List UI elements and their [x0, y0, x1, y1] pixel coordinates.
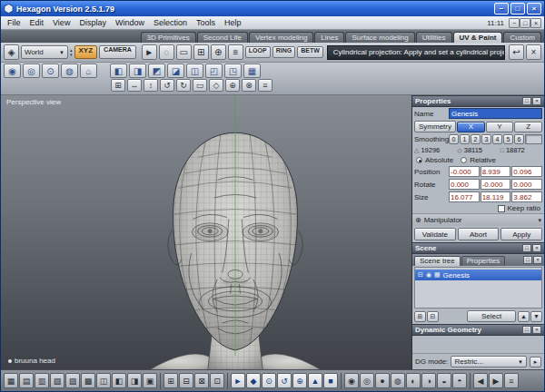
- scene-tab[interactable]: Properties: [461, 256, 505, 266]
- snap-tool-icon[interactable]: ▥: [35, 373, 49, 388]
- ribbon-tab[interactable]: Lines: [314, 32, 344, 43]
- tree-edit-icon[interactable]: ⊞: [414, 311, 426, 322]
- menu-item[interactable]: File: [3, 17, 25, 28]
- display-mode-icon[interactable]: ●: [375, 373, 390, 388]
- rotate-y-field[interactable]: [481, 179, 511, 190]
- edit-tool-icon[interactable]: ↕: [144, 79, 158, 92]
- axis-toggle[interactable]: Z: [514, 122, 542, 132]
- selection-mode-icon[interactable]: ⊕: [292, 373, 307, 388]
- selection-mode-icon[interactable]: ▲: [308, 373, 322, 388]
- world-stepper[interactable]: ▴ ▾: [70, 48, 73, 57]
- display-mode-icon[interactable]: ◒: [437, 373, 451, 388]
- panel-header-button[interactable]: ×: [533, 256, 542, 264]
- world-dropdown[interactable]: World ▼: [21, 45, 68, 59]
- display-mode-icon[interactable]: ◉: [344, 373, 359, 388]
- symmetry-button[interactable]: Symmetry: [414, 121, 456, 132]
- loop-button[interactable]: LOOP: [245, 46, 271, 58]
- display-mode-icon[interactable]: ◑: [421, 373, 436, 388]
- selection-tool-icon[interactable]: ⊕: [211, 44, 226, 60]
- menu-item[interactable]: Display: [74, 17, 111, 28]
- axis-toggle[interactable]: Y: [486, 122, 514, 132]
- ring-button[interactable]: RING: [272, 46, 296, 58]
- tool-preset-icon[interactable]: ◈: [4, 44, 19, 60]
- selection-mode-icon[interactable]: ►: [231, 373, 245, 388]
- axis-toggle[interactable]: X: [457, 122, 485, 132]
- snap-tool-icon[interactable]: ▨: [65, 373, 80, 388]
- selection-tool-icon[interactable]: ▭: [176, 44, 192, 60]
- smoothing-level-button[interactable]: 0: [449, 134, 459, 144]
- perspective-viewport[interactable]: Perspective view: [1, 95, 412, 369]
- nav-tool-icon[interactable]: ⌂: [80, 64, 97, 78]
- scene-tab[interactable]: Scene tree: [414, 256, 461, 266]
- view-nav-icon[interactable]: ▶: [489, 373, 503, 388]
- uv-tool-icon[interactable]: ◰: [205, 64, 223, 78]
- ribbon-tab[interactable]: UV & Paint: [453, 32, 503, 43]
- panel-header-button[interactable]: ×: [532, 97, 541, 105]
- menu-item[interactable]: Edit: [25, 17, 49, 28]
- nav-tool-icon[interactable]: ⊙: [42, 64, 59, 78]
- display-mode-icon[interactable]: ◍: [391, 373, 405, 388]
- selection-tool-icon[interactable]: ⊞: [193, 44, 209, 60]
- display-mode-icon[interactable]: ◎: [360, 373, 374, 388]
- name-field[interactable]: [449, 108, 542, 119]
- snap-tool-icon[interactable]: ▩: [81, 373, 95, 388]
- betw-button[interactable]: BETW: [297, 46, 323, 58]
- absolute-radio[interactable]: Absolute: [416, 156, 453, 164]
- menu-item[interactable]: Help: [220, 17, 246, 28]
- rotate-z-field[interactable]: [511, 179, 542, 190]
- grid-tool-icon[interactable]: ⊡: [210, 373, 224, 388]
- visibility-icon[interactable]: ◉: [426, 271, 431, 279]
- edit-tool-icon[interactable]: ◇: [209, 79, 223, 92]
- window-control-button[interactable]: −: [494, 3, 509, 15]
- menu-item[interactable]: Selection: [149, 17, 192, 28]
- selection-mode-icon[interactable]: ◆: [246, 373, 261, 388]
- size-x-field[interactable]: [449, 191, 480, 202]
- nav-tool-icon[interactable]: ◎: [23, 64, 40, 78]
- collapse-icon[interactable]: ⊟: [418, 271, 423, 279]
- smoothing-level-button[interactable]: 2: [471, 134, 481, 144]
- uv-tool-icon[interactable]: ◨: [129, 64, 146, 78]
- selection-tool-icon[interactable]: ≡: [228, 44, 243, 60]
- ribbon-tab[interactable]: 3D Primitives: [141, 32, 196, 43]
- display-mode-icon[interactable]: ◐: [406, 373, 421, 388]
- smoothing-level-button[interactable]: 1: [460, 134, 470, 144]
- child-window-control-button[interactable]: ×: [530, 18, 541, 28]
- dg-side-button[interactable]: ▸: [530, 357, 541, 368]
- smoothing-level-button[interactable]: 6: [514, 134, 524, 144]
- selection-tool-icon[interactable]: ◌: [159, 44, 174, 60]
- edit-tool-icon[interactable]: ↔: [127, 79, 142, 92]
- edit-tool-icon[interactable]: ↻: [176, 79, 191, 92]
- position-z-field[interactable]: [511, 166, 542, 177]
- action-button[interactable]: Abort: [458, 228, 500, 240]
- child-window-control-button[interactable]: □: [520, 18, 530, 28]
- selection-mode-icon[interactable]: ■: [323, 373, 338, 388]
- action-button[interactable]: Apply: [500, 228, 542, 240]
- snap-tool-icon[interactable]: ◨: [127, 373, 142, 388]
- position-x-field[interactable]: [449, 166, 480, 177]
- uv-tool-icon[interactable]: ▦: [243, 64, 261, 78]
- child-window-control-button[interactable]: −: [509, 18, 520, 28]
- snap-tool-icon[interactable]: ▧: [50, 373, 64, 388]
- window-control-button[interactable]: □: [510, 3, 525, 15]
- position-y-field[interactable]: [481, 166, 511, 177]
- selection-tool-icon[interactable]: ►: [142, 44, 157, 60]
- panel-header-button[interactable]: ×: [532, 326, 541, 334]
- tree-edit-icon[interactable]: ⊟: [427, 311, 439, 322]
- nav-tool-icon[interactable]: ◉: [4, 64, 21, 78]
- selection-mode-icon[interactable]: ⊙: [262, 373, 276, 388]
- chevron-down-icon[interactable]: ▾: [538, 217, 541, 224]
- size-z-field[interactable]: [511, 191, 542, 202]
- action-button[interactable]: Validate: [414, 228, 456, 240]
- scene-tree-item-genesis[interactable]: ⊟ ◉ ▦ Genesis: [415, 270, 541, 280]
- panel-header-button[interactable]: □: [523, 256, 532, 264]
- ribbon-tab[interactable]: Utilities: [416, 32, 452, 43]
- menu-item[interactable]: Tools: [192, 17, 220, 28]
- snap-tool-icon[interactable]: ▣: [143, 373, 157, 388]
- uv-tool-icon[interactable]: ◫: [186, 64, 203, 78]
- smoothing-level-button[interactable]: 5: [503, 134, 513, 144]
- smoothing-level-button[interactable]: 4: [492, 134, 502, 144]
- select-button[interactable]: Select: [467, 310, 516, 322]
- menu-item[interactable]: View: [48, 17, 74, 28]
- tree-nav-icon[interactable]: ▲: [518, 311, 530, 322]
- selection-mode-icon[interactable]: ↺: [277, 373, 292, 388]
